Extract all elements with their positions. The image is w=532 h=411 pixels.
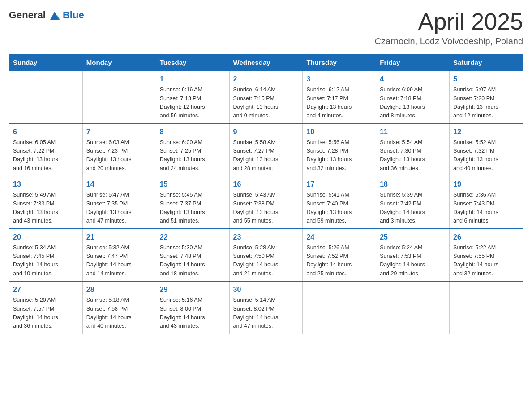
day-number: 10 <box>306 127 372 137</box>
day-info: Sunrise: 5:45 AMSunset: 7:37 PMDaylight:… <box>160 191 226 226</box>
day-number: 5 <box>453 74 519 85</box>
calendar-cell: 13Sunrise: 5:49 AMSunset: 7:33 PMDayligh… <box>9 176 83 229</box>
calendar-week-row: 6Sunrise: 6:05 AMSunset: 7:22 PMDaylight… <box>9 124 523 176</box>
day-number: 25 <box>380 232 446 243</box>
month-title: April 2025 <box>375 9 523 34</box>
calendar-week-row: 27Sunrise: 5:20 AMSunset: 7:57 PMDayligh… <box>9 281 523 334</box>
day-number: 16 <box>233 179 299 190</box>
column-header-monday: Monday <box>82 54 156 71</box>
calendar-cell: 18Sunrise: 5:39 AMSunset: 7:42 PMDayligh… <box>376 176 450 229</box>
day-number: 18 <box>380 179 446 190</box>
day-number: 12 <box>453 127 519 137</box>
day-number: 7 <box>86 127 152 137</box>
day-info: Sunrise: 6:03 AMSunset: 7:23 PMDaylight:… <box>86 138 152 173</box>
day-number: 23 <box>233 232 299 243</box>
calendar-cell: 6Sunrise: 6:05 AMSunset: 7:22 PMDaylight… <box>9 124 83 176</box>
day-number: 2 <box>233 74 299 85</box>
day-number: 30 <box>233 284 299 295</box>
day-info: Sunrise: 5:43 AMSunset: 7:38 PMDaylight:… <box>233 191 299 226</box>
calendar-cell: 30Sunrise: 5:14 AMSunset: 8:02 PMDayligh… <box>229 281 303 334</box>
calendar-cell <box>303 281 376 334</box>
title-block: April 2025 Czarnocin, Lodz Voivodeship, … <box>375 9 523 47</box>
location-subtitle: Czarnocin, Lodz Voivodeship, Poland <box>375 36 523 47</box>
calendar-cell: 9Sunrise: 5:58 AMSunset: 7:27 PMDaylight… <box>229 124 303 176</box>
calendar-cell: 17Sunrise: 5:41 AMSunset: 7:40 PMDayligh… <box>303 176 376 229</box>
day-number: 20 <box>13 232 79 243</box>
calendar-cell: 14Sunrise: 5:47 AMSunset: 7:35 PMDayligh… <box>82 176 156 229</box>
calendar-cell <box>9 71 83 124</box>
column-header-sunday: Sunday <box>9 54 83 71</box>
day-info: Sunrise: 5:30 AMSunset: 7:48 PMDaylight:… <box>160 244 226 278</box>
day-info: Sunrise: 5:34 AMSunset: 7:45 PMDaylight:… <box>13 244 79 278</box>
calendar-cell: 29Sunrise: 5:16 AMSunset: 8:00 PMDayligh… <box>156 281 229 334</box>
day-info: Sunrise: 6:16 AMSunset: 7:13 PMDaylight:… <box>160 86 226 120</box>
day-info: Sunrise: 6:09 AMSunset: 7:18 PMDaylight:… <box>380 86 446 120</box>
logo-text-blue: Blue <box>63 9 84 21</box>
day-info: Sunrise: 5:52 AMSunset: 7:32 PMDaylight:… <box>453 138 519 173</box>
day-info: Sunrise: 5:56 AMSunset: 7:28 PMDaylight:… <box>306 138 372 173</box>
calendar-cell: 22Sunrise: 5:30 AMSunset: 7:48 PMDayligh… <box>156 229 229 282</box>
day-info: Sunrise: 5:14 AMSunset: 8:02 PMDaylight:… <box>233 296 299 331</box>
day-number: 29 <box>160 284 226 295</box>
day-number: 9 <box>233 127 299 137</box>
logo-icon <box>48 9 61 21</box>
calendar-cell: 7Sunrise: 6:03 AMSunset: 7:23 PMDaylight… <box>82 124 156 176</box>
calendar-cell: 10Sunrise: 5:56 AMSunset: 7:28 PMDayligh… <box>303 124 376 176</box>
day-info: Sunrise: 5:26 AMSunset: 7:52 PMDaylight:… <box>306 244 372 278</box>
day-number: 4 <box>380 74 446 85</box>
day-info: Sunrise: 5:54 AMSunset: 7:30 PMDaylight:… <box>380 138 446 173</box>
day-number: 24 <box>306 232 372 243</box>
day-number: 1 <box>160 74 226 85</box>
calendar-table: SundayMondayTuesdayWednesdayThursdayFrid… <box>9 54 523 334</box>
day-info: Sunrise: 5:41 AMSunset: 7:40 PMDaylight:… <box>306 191 372 226</box>
calendar-cell: 20Sunrise: 5:34 AMSunset: 7:45 PMDayligh… <box>9 229 83 282</box>
day-info: Sunrise: 6:00 AMSunset: 7:25 PMDaylight:… <box>160 138 226 173</box>
day-number: 14 <box>86 179 152 190</box>
day-number: 8 <box>160 127 226 137</box>
day-number: 13 <box>13 179 79 190</box>
day-number: 15 <box>160 179 226 190</box>
day-info: Sunrise: 5:22 AMSunset: 7:55 PMDaylight:… <box>453 244 519 278</box>
calendar-cell <box>450 281 523 334</box>
calendar-cell: 24Sunrise: 5:26 AMSunset: 7:52 PMDayligh… <box>303 229 376 282</box>
day-number: 21 <box>86 232 152 243</box>
day-number: 11 <box>380 127 446 137</box>
column-header-saturday: Saturday <box>450 54 523 71</box>
calendar-cell: 1Sunrise: 6:16 AMSunset: 7:13 PMDaylight… <box>156 71 229 124</box>
day-info: Sunrise: 5:18 AMSunset: 7:58 PMDaylight:… <box>86 296 152 331</box>
calendar-cell: 11Sunrise: 5:54 AMSunset: 7:30 PMDayligh… <box>376 124 450 176</box>
day-number: 3 <box>306 74 372 85</box>
day-info: Sunrise: 5:36 AMSunset: 7:43 PMDaylight:… <box>453 191 519 226</box>
calendar-cell: 21Sunrise: 5:32 AMSunset: 7:47 PMDayligh… <box>82 229 156 282</box>
day-number: 27 <box>13 284 79 295</box>
calendar-week-row: 13Sunrise: 5:49 AMSunset: 7:33 PMDayligh… <box>9 176 523 229</box>
calendar-cell: 8Sunrise: 6:00 AMSunset: 7:25 PMDaylight… <box>156 124 229 176</box>
day-info: Sunrise: 6:14 AMSunset: 7:15 PMDaylight:… <box>233 86 299 120</box>
day-number: 6 <box>13 127 79 137</box>
day-info: Sunrise: 5:20 AMSunset: 7:57 PMDaylight:… <box>13 296 79 331</box>
calendar-cell: 26Sunrise: 5:22 AMSunset: 7:55 PMDayligh… <box>450 229 523 282</box>
day-info: Sunrise: 6:07 AMSunset: 7:20 PMDaylight:… <box>453 86 519 120</box>
calendar-cell: 16Sunrise: 5:43 AMSunset: 7:38 PMDayligh… <box>229 176 303 229</box>
column-header-thursday: Thursday <box>303 54 376 71</box>
calendar-cell <box>82 71 156 124</box>
day-info: Sunrise: 5:16 AMSunset: 8:00 PMDaylight:… <box>160 296 226 331</box>
day-info: Sunrise: 5:58 AMSunset: 7:27 PMDaylight:… <box>233 138 299 173</box>
column-header-tuesday: Tuesday <box>156 54 229 71</box>
calendar-cell <box>376 281 450 334</box>
calendar-cell: 2Sunrise: 6:14 AMSunset: 7:15 PMDaylight… <box>229 71 303 124</box>
calendar-cell: 19Sunrise: 5:36 AMSunset: 7:43 PMDayligh… <box>450 176 523 229</box>
calendar-cell: 25Sunrise: 5:24 AMSunset: 7:53 PMDayligh… <box>376 229 450 282</box>
calendar-cell: 5Sunrise: 6:07 AMSunset: 7:20 PMDaylight… <box>450 71 523 124</box>
day-info: Sunrise: 5:28 AMSunset: 7:50 PMDaylight:… <box>233 244 299 278</box>
day-info: Sunrise: 5:47 AMSunset: 7:35 PMDaylight:… <box>86 191 152 226</box>
calendar-header-row: SundayMondayTuesdayWednesdayThursdayFrid… <box>9 54 523 71</box>
day-number: 26 <box>453 232 519 243</box>
day-info: Sunrise: 5:24 AMSunset: 7:53 PMDaylight:… <box>380 244 446 278</box>
day-info: Sunrise: 5:49 AMSunset: 7:33 PMDaylight:… <box>13 191 79 226</box>
day-info: Sunrise: 5:39 AMSunset: 7:42 PMDaylight:… <box>380 191 446 226</box>
day-number: 17 <box>306 179 372 190</box>
calendar-week-row: 1Sunrise: 6:16 AMSunset: 7:13 PMDaylight… <box>9 71 523 124</box>
calendar-week-row: 20Sunrise: 5:34 AMSunset: 7:45 PMDayligh… <box>9 229 523 282</box>
day-number: 19 <box>453 179 519 190</box>
